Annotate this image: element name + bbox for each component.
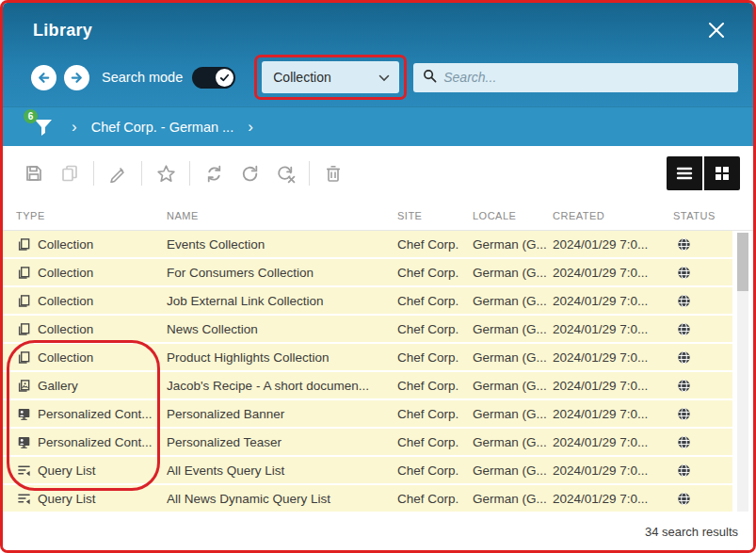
column-header-name[interactable]: NAME — [167, 210, 397, 221]
site-cell: Chef Corp. — [397, 492, 473, 506]
querylist-icon — [16, 463, 31, 478]
status-icon — [677, 350, 691, 365]
created-cell: 2024/01/29 7:0... — [553, 464, 673, 478]
save-icon[interactable] — [16, 155, 52, 191]
column-header-site[interactable]: SITE — [397, 210, 473, 221]
status-icon — [677, 322, 691, 336]
name-cell: For Consumers Collection — [167, 266, 397, 280]
table-row[interactable]: Personalized Cont... Personalized Teaser… — [3, 429, 732, 457]
site-cell: Chef Corp. — [397, 322, 473, 336]
toolbar — [3, 146, 753, 201]
created-cell: 2024/01/29 7:0... — [553, 294, 673, 308]
status-icon — [677, 266, 691, 280]
search-box — [413, 63, 738, 92]
status-icon — [677, 237, 691, 252]
site-cell: Chef Corp. — [397, 294, 473, 308]
sync-cancel-icon[interactable] — [267, 155, 303, 191]
table-row[interactable]: Collection For Consumers Collection Chef… — [3, 259, 732, 287]
type-cell: Collection — [16, 293, 167, 308]
type-label: Gallery — [38, 379, 78, 393]
status-cell — [673, 266, 725, 280]
toggle-check-icon — [216, 69, 233, 87]
table-header: TYPE NAME SITE LOCALE CREATED STATUS — [3, 201, 753, 231]
breadcrumb-item[interactable]: Chef Corp. - German ... — [91, 120, 234, 135]
status-bar: 34 search results — [3, 513, 753, 550]
gallery-icon — [16, 378, 31, 393]
vertical-scrollbar[interactable] — [737, 233, 748, 512]
forward-button[interactable] — [64, 65, 89, 90]
locale-cell: German (G... — [473, 237, 553, 252]
type-cell: Collection — [16, 350, 167, 365]
name-cell: Personalized Banner — [167, 407, 397, 421]
type-label: Query List — [38, 492, 96, 506]
created-cell: 2024/01/29 7:0... — [553, 266, 673, 280]
status-cell — [673, 435, 725, 449]
status-cell — [673, 350, 725, 365]
column-header-locale[interactable]: LOCALE — [473, 210, 553, 221]
edit-icon[interactable] — [100, 155, 136, 191]
table-row[interactable]: Personalized Cont... Personalized Banner… — [3, 400, 732, 429]
filter-funnel-icon[interactable]: 6 — [29, 113, 57, 141]
close-icon[interactable] — [702, 16, 731, 44]
refresh-icon[interactable] — [232, 155, 267, 191]
type-cell: Query List — [16, 463, 167, 478]
column-header-status[interactable]: STATUS — [673, 210, 725, 221]
grid-view-icon[interactable] — [704, 156, 740, 190]
name-cell: All Events Query List — [167, 464, 397, 478]
site-cell: Chef Corp. — [397, 379, 473, 393]
table-row[interactable]: Collection Product Highlights Collection… — [3, 344, 732, 372]
locale-cell: German (G... — [473, 492, 553, 506]
copy-icon[interactable] — [52, 155, 88, 191]
toolbar-divider — [189, 161, 190, 186]
status-icon — [677, 464, 691, 478]
created-cell: 2024/01/29 7:0... — [553, 379, 673, 393]
column-header-type[interactable]: TYPE — [16, 210, 167, 221]
locale-cell: German (G... — [473, 435, 553, 449]
status-icon — [677, 435, 691, 449]
type-cell: Gallery — [16, 378, 167, 393]
library-window: Library Search mode Collection — [0, 0, 756, 553]
list-view-icon[interactable] — [667, 156, 702, 190]
search-type-dropdown[interactable]: Collection — [262, 61, 399, 93]
personalized-icon — [16, 406, 31, 421]
chevron-down-icon — [378, 70, 390, 85]
scrollbar-thumb[interactable] — [737, 233, 748, 291]
created-cell: 2024/01/29 7:0... — [553, 492, 673, 506]
collection-icon — [16, 321, 31, 336]
type-label: Collection — [38, 266, 93, 280]
status-cell — [673, 294, 725, 308]
status-icon — [677, 294, 691, 308]
breadcrumb-separator: › — [72, 118, 77, 137]
created-cell: 2024/01/29 7:0... — [553, 322, 673, 336]
sync-icon[interactable] — [196, 155, 232, 191]
table-row[interactable]: Query List All News Dynamic Query List C… — [3, 485, 732, 513]
status-cell — [673, 492, 725, 506]
site-cell: Chef Corp. — [397, 407, 473, 421]
toolbar-divider — [141, 161, 142, 186]
table-row[interactable]: Collection Job External Link Collection … — [3, 287, 732, 316]
search-mode-toggle[interactable] — [192, 67, 235, 89]
collection-icon — [16, 293, 31, 308]
table-row[interactable]: Collection News Collection Chef Corp. Ge… — [3, 316, 732, 344]
table-row[interactable]: Collection Events Collection Chef Corp. … — [3, 231, 732, 259]
delete-icon[interactable] — [315, 155, 351, 191]
results-count: 34 search results — [645, 525, 738, 539]
type-cell: Collection — [16, 321, 167, 336]
type-cell: Collection — [16, 236, 167, 252]
column-header-created[interactable]: CREATED — [553, 210, 673, 221]
site-cell: Chef Corp. — [397, 350, 473, 365]
table-row[interactable]: Query List All Events Query List Chef Co… — [3, 457, 732, 485]
search-input[interactable] — [443, 70, 729, 85]
name-cell: News Collection — [167, 322, 397, 336]
window-header: Library Search mode Collection — [3, 3, 753, 106]
star-icon[interactable] — [148, 155, 184, 191]
back-button[interactable] — [31, 65, 56, 90]
type-label: Collection — [38, 322, 93, 336]
locale-cell: German (G... — [473, 407, 553, 421]
table-row[interactable]: Gallery Jacob's Recipe - A short documen… — [3, 372, 732, 400]
search-icon — [423, 69, 437, 87]
locale-cell: German (G... — [473, 294, 553, 308]
type-label: Personalized Cont... — [38, 435, 153, 449]
locale-cell: German (G... — [473, 266, 553, 280]
type-cell: Personalized Cont... — [16, 434, 167, 449]
